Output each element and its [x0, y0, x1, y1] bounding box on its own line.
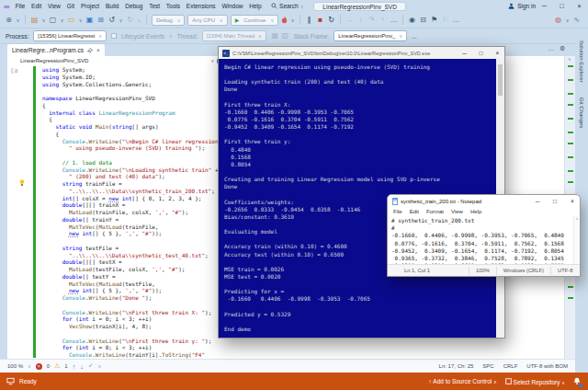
new-file-icon[interactable]: ▢: [49, 14, 57, 27]
document-tab[interactable]: LinearRegre...nProgram.cs ×: [7, 44, 105, 56]
notepad-titlebar[interactable]: synthetic_train_200.txt - Notepad ─ □ ×: [388, 195, 580, 208]
notepad-text-area[interactable]: # synthetic_train_200.txt#-0.1660, 0.440…: [388, 216, 573, 264]
select-repository-button[interactable]: Select Repository ∧: [505, 378, 565, 385]
notepad-menu-format[interactable]: Format: [426, 208, 444, 216]
menu-window[interactable]: Window: [219, 0, 246, 12]
debug-config-dropdown[interactable]: Debug ∨: [152, 15, 185, 26]
notepad-maximize-button[interactable]: □: [548, 195, 562, 208]
save-all-icon[interactable]: ⊞: [96, 14, 105, 27]
side-tab-git-changes[interactable]: Git Changes: [579, 98, 584, 128]
navigate-back-chevron-icon[interactable]: ∨: [16, 14, 20, 27]
feedback-chevron-icon[interactable]: ∨: [565, 14, 570, 27]
notepad-scrollbar[interactable]: ∧: [573, 216, 580, 264]
feedback-icon[interactable]: ◍: [554, 14, 562, 27]
search-box[interactable]: Search ∨: [271, 3, 303, 9]
vs-close-button[interactable]: ×: [571, 0, 588, 12]
step-over-icon[interactable]: ↷: [368, 14, 376, 27]
console-close-button[interactable]: ×: [491, 47, 504, 59]
menu-view[interactable]: View: [45, 0, 64, 12]
tab-close-icon[interactable]: ×: [96, 47, 100, 53]
prev-issue-icon[interactable]: ↑: [73, 363, 76, 370]
new-project-icon[interactable]: ▤: [30, 14, 39, 27]
encoding[interactable]: UTF-8 with BOM: [526, 363, 568, 369]
toggle-bookmark-icon[interactable]: ⚑: [430, 14, 438, 27]
indent-mode[interactable]: SPC: [482, 363, 493, 369]
open-folder-chevron-icon[interactable]: ∨: [78, 14, 83, 27]
warning-icon[interactable]: ⚠: [54, 362, 60, 370]
open-folder-icon[interactable]: ▭: [67, 14, 75, 27]
console-titlebar[interactable]: >_ C:\VSM\LinearRegressionPinv_SVD\bin\D…: [219, 47, 504, 59]
step-into-icon[interactable]: ↓: [356, 14, 365, 27]
undo-chevron-icon[interactable]: ∨: [119, 14, 123, 27]
process-dropdown[interactable]: [15356] LinearRegressi ∨: [33, 30, 107, 41]
tab-settings-gear-icon[interactable]: ⚙: [560, 45, 565, 52]
menu-debug[interactable]: Debug: [122, 0, 146, 12]
stack-frame-dropdown[interactable]: LinearRegressionPinv_ ∨: [334, 30, 407, 41]
redo-chevron-icon[interactable]: ∨: [137, 14, 141, 27]
side-tab-solution-explorer[interactable]: Solution Explorer: [579, 40, 584, 83]
vs-minimize-button[interactable]: ─: [536, 0, 553, 12]
tab-overflow-icon[interactable]: …: [548, 45, 554, 52]
console-minimize-button[interactable]: ─: [458, 47, 471, 59]
stack-frame-more-button[interactable]: ...: [412, 33, 416, 40]
restart-icon[interactable]: ↻: [327, 14, 335, 27]
notepad-close-button[interactable]: ×: [565, 195, 580, 208]
live-share-icon[interactable]: ∿: [572, 14, 581, 27]
stop-icon[interactable]: ■: [316, 14, 324, 27]
hot-reload-chevron-icon[interactable]: ∨: [290, 14, 295, 27]
lightbulb-icon[interactable]: [19, 179, 25, 187]
notepad-encoding: UTF-8: [550, 267, 579, 275]
redo-icon[interactable]: ↻: [126, 14, 134, 27]
add-to-source-control-button[interactable]: ↑ Add to Source Control ∧: [429, 378, 497, 384]
menu-build[interactable]: Build: [103, 0, 122, 12]
menu-tools[interactable]: Tools: [163, 0, 183, 12]
pin-icon[interactable]: [87, 48, 93, 53]
vs-maximize-button[interactable]: □: [553, 0, 571, 12]
notepad-menu-view[interactable]: View: [451, 208, 463, 216]
freeze-threads-icon[interactable]: ▦: [271, 29, 279, 42]
menu-file[interactable]: File: [12, 0, 28, 12]
step-out-icon[interactable]: ↑: [379, 14, 387, 27]
new-project-chevron-icon[interactable]: ∨: [41, 14, 46, 27]
lifecycle-events-checkbox[interactable]: [111, 33, 117, 39]
project-dropdown[interactable]: LinearRegressionPinv_SVD: [20, 58, 88, 63]
line-ending[interactable]: CRLF: [503, 363, 518, 369]
exceptions-window-icon[interactable]: ⊟: [419, 14, 427, 27]
toolbar-more-icon[interactable]: …: [452, 14, 460, 27]
error-icon[interactable]: ×: [36, 363, 42, 370]
menu-extensions[interactable]: Extensions: [183, 0, 219, 12]
menu-edit[interactable]: Edit: [28, 0, 45, 12]
sign-in-button[interactable]: Sign in: [508, 3, 536, 9]
code-cleanup-icon[interactable]: ✓: [88, 362, 94, 370]
undo-icon[interactable]: ↺: [107, 14, 116, 27]
notepad-minimize-button[interactable]: ─: [530, 195, 545, 208]
thaw-threads-icon[interactable]: ▧: [281, 29, 289, 42]
debug-more-icon[interactable]: …: [390, 14, 398, 27]
thread-dropdown[interactable]: [2384] Main Thread ∨: [202, 30, 266, 41]
zoom-dropdown[interactable]: 100 %: [7, 363, 23, 369]
pause-icon[interactable]: ∥: [305, 14, 313, 27]
menu-test[interactable]: Test: [146, 0, 164, 12]
menu-help[interactable]: Help: [246, 0, 265, 12]
notepad-menu-edit[interactable]: Edit: [410, 208, 419, 216]
new-file-chevron-icon[interactable]: ∨: [60, 14, 64, 27]
notepad-menu-file[interactable]: File: [393, 208, 402, 216]
console-scrollbar-thumb[interactable]: [498, 64, 503, 96]
hot-reload-icon[interactable]: [281, 16, 288, 24]
next-issue-icon[interactable]: ↓: [80, 363, 84, 370]
menu-project[interactable]: Project: [78, 0, 103, 12]
breakpoints-window-icon[interactable]: ◉: [408, 14, 416, 27]
notepad-menu-help[interactable]: Help: [470, 208, 481, 216]
scrollbar-up-icon[interactable]: ∧: [568, 56, 571, 62]
console-maximize-button[interactable]: □: [474, 47, 488, 59]
continue-button[interactable]: ▶ Continue ∨: [231, 15, 278, 26]
next-bookmark-icon[interactable]: ⚐: [441, 14, 449, 27]
caret-position[interactable]: Ln: 17, Ch: 25: [439, 363, 474, 369]
show-next-statement-icon[interactable]: →: [345, 14, 354, 27]
platform-dropdown[interactable]: Any CPU ∨: [187, 15, 227, 26]
notifications-button[interactable]: [573, 377, 582, 386]
menu-git[interactable]: Git: [63, 0, 77, 12]
save-icon[interactable]: ▣: [85, 14, 94, 27]
navigate-back-icon[interactable]: ⊕: [5, 14, 13, 27]
process-value: [15356] LinearRegressi: [38, 33, 95, 39]
